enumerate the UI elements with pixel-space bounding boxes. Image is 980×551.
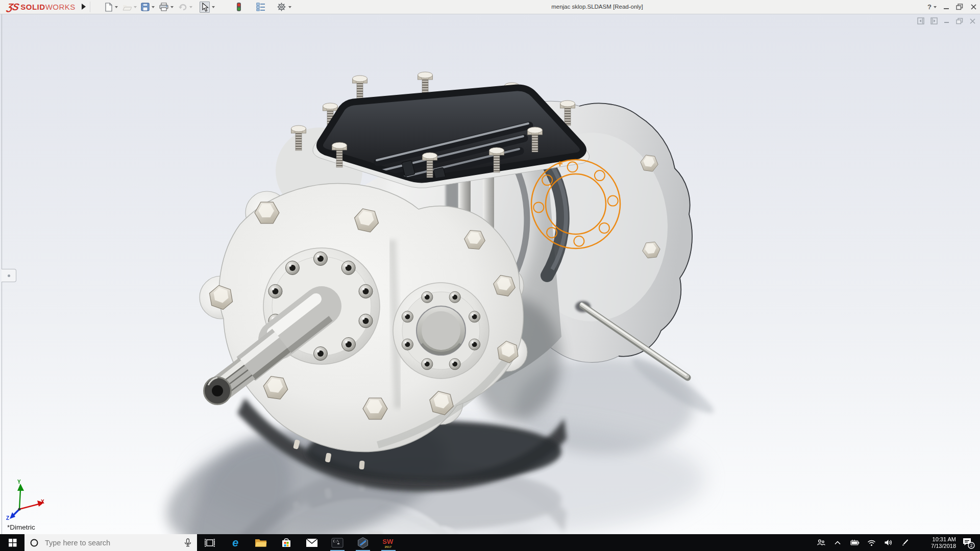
- wifi-button[interactable]: [865, 534, 878, 551]
- new-document-dropdown[interactable]: [115, 6, 118, 8]
- print-dropdown[interactable]: [170, 6, 174, 8]
- pane-right-button[interactable]: [930, 17, 938, 24]
- open-folder-icon: [122, 3, 132, 11]
- battery-icon: [850, 539, 860, 546]
- help-dropdown[interactable]: [934, 6, 937, 8]
- search-input[interactable]: [44, 538, 179, 547]
- edge-glyph: e: [232, 537, 238, 549]
- volume-icon: [884, 539, 893, 546]
- action-center-icon: 2: [962, 536, 975, 549]
- save-dropdown[interactable]: [152, 6, 155, 8]
- select-button-pressed-state: [200, 2, 210, 13]
- cmd-glyph: C:\: [333, 539, 339, 543]
- child-restore-button[interactable]: [956, 18, 963, 24]
- print-button[interactable]: [159, 1, 174, 13]
- taskbar-app-store[interactable]: [274, 534, 299, 551]
- undo-icon: [178, 3, 187, 11]
- save-button[interactable]: [141, 1, 155, 13]
- solidworks-logo-glyph: ƷS: [6, 2, 20, 13]
- document-title: menjac sklop.SLDASM [Read-only]: [551, 4, 643, 10]
- windows-logo-icon: [8, 538, 17, 547]
- child-minimize-button[interactable]: [944, 18, 950, 24]
- taskbar-app-command-prompt[interactable]: C:\: [325, 534, 350, 551]
- notification-badge: 2: [970, 543, 973, 548]
- tray-date: 7/13/2018: [917, 543, 956, 549]
- undo-button[interactable]: [178, 1, 192, 13]
- taskbar-search-box[interactable]: [24, 534, 197, 551]
- cortana-icon: [30, 538, 39, 547]
- titlebar: ƷS SOLIDWORKS: [0, 0, 980, 14]
- pen-icon: [901, 539, 909, 546]
- options-gear-icon: [277, 2, 286, 12]
- action-center-button[interactable]: 2: [960, 534, 977, 551]
- command-prompt-icon: C:\: [331, 538, 344, 548]
- select-cursor-icon: [201, 3, 209, 12]
- rebuild-button[interactable]: [236, 1, 242, 13]
- sw-year: 2017: [385, 545, 392, 548]
- select-button[interactable]: [200, 1, 215, 13]
- close-button[interactable]: [970, 4, 977, 10]
- taskbar-app-hexagon[interactable]: [350, 534, 376, 551]
- pane-left-button[interactable]: [917, 17, 924, 24]
- task-view-icon: [204, 538, 215, 548]
- taskbar-app-file-explorer[interactable]: [248, 534, 274, 551]
- hexagon-app-icon: [357, 537, 369, 549]
- taskbar-app-mail[interactable]: [299, 534, 325, 551]
- open-dropdown[interactable]: [134, 6, 137, 8]
- store-icon: [281, 537, 292, 548]
- start-button[interactable]: [0, 534, 24, 551]
- edge-icon: e: [229, 537, 241, 549]
- file-explorer-icon: [255, 538, 267, 548]
- taskbar-clock[interactable]: 10:31 AM 7/13/2018: [917, 536, 956, 549]
- undo-dropdown[interactable]: [189, 6, 192, 8]
- taskbar-app-task-view[interactable]: [197, 534, 223, 551]
- print-icon: [159, 3, 168, 11]
- solidworks-2017-icon: SW 2017: [382, 537, 395, 549]
- taskbar-app-solidworks[interactable]: SW 2017: [376, 534, 401, 551]
- options-dropdown[interactable]: [288, 6, 291, 8]
- tray-time: 10:31 AM: [917, 536, 956, 543]
- select-dropdown[interactable]: [212, 6, 215, 8]
- wifi-icon: [867, 539, 876, 546]
- volume-button[interactable]: [881, 534, 895, 551]
- menu-flyout-arrow-icon[interactable]: [82, 4, 86, 10]
- minimize-button[interactable]: [944, 8, 949, 9]
- solidworks-logo: ƷS SOLIDWORKS: [7, 0, 76, 14]
- feature-panel-splitter-handle[interactable]: [2, 269, 16, 282]
- child-close-button[interactable]: [969, 18, 976, 24]
- open-button[interactable]: [122, 1, 137, 13]
- options-button[interactable]: [277, 1, 291, 13]
- file-properties-icon: [256, 3, 265, 11]
- 3d-viewport-scene[interactable]: [0, 0, 980, 551]
- splitter-dot: [8, 274, 10, 277]
- windows-taskbar: e C:\: [0, 534, 980, 551]
- people-icon: [817, 539, 825, 546]
- rebuild-traffic-light-icon: [236, 2, 242, 12]
- new-document-icon: [104, 3, 113, 12]
- help-button[interactable]: ?: [927, 3, 937, 11]
- hidden-icons-button[interactable]: [831, 534, 844, 551]
- help-label: ?: [927, 3, 932, 11]
- new-document-button[interactable]: [104, 1, 118, 13]
- mail-icon: [306, 538, 318, 547]
- restore-button[interactable]: [956, 4, 963, 10]
- battery-button[interactable]: [848, 534, 861, 551]
- taskbar-app-edge[interactable]: e: [223, 534, 248, 551]
- save-icon: [141, 3, 150, 11]
- windows-ink-button[interactable]: [898, 534, 912, 551]
- toolbar-separator: [90, 2, 90, 12]
- people-button[interactable]: [814, 534, 827, 551]
- file-properties-button[interactable]: [256, 1, 265, 13]
- sw-glyph: SW: [383, 538, 394, 545]
- microphone-icon[interactable]: [184, 538, 192, 547]
- hidden-icons-chevron-icon: [834, 540, 841, 545]
